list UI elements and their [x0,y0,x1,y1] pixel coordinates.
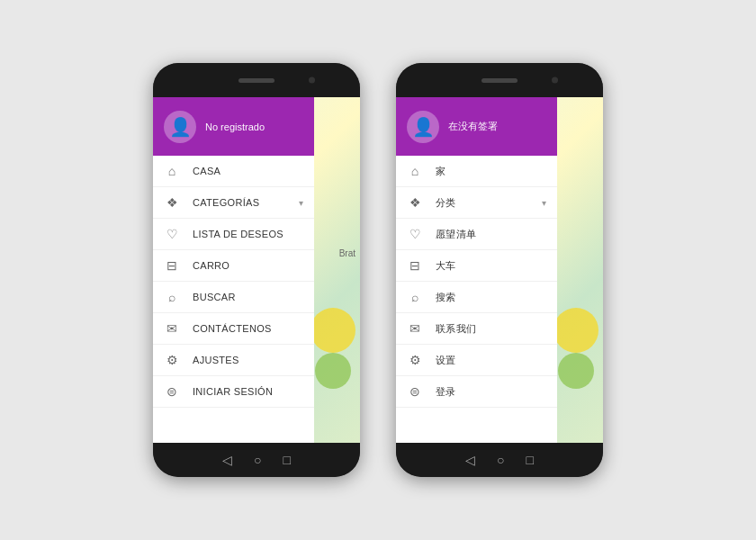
menu-item-right-6[interactable]: ⚙设置 [396,345,557,376]
camera-right [552,77,558,84]
user-name-right: 在没有签署 [448,120,498,133]
drawer-header-left: 👤 No registrado [153,97,314,156]
top-bezel-left [153,63,360,97]
menu-icon-right-4: ⌕ [407,290,423,304]
menu-item-left-5[interactable]: ✉CONTÁCTENOS [153,313,314,345]
menu-label-left-0: CASA [193,166,303,176]
brat-text-left: Brat [339,248,356,257]
bottom-bezel-left: ◁ ○ □ [153,443,360,477]
menu-item-left-0[interactable]: ⌂CASA [153,156,314,187]
menu-item-right-7[interactable]: ⊜登录 [396,376,557,408]
menu-icon-left-0: ⌂ [164,164,180,178]
menu-item-left-7[interactable]: ⊜INICIAR SESIÓN [153,376,314,408]
avatar-right: 👤 [407,111,439,143]
menu-label-right-1: 分类 [436,196,529,210]
nav-back-right[interactable]: ◁ [465,453,475,467]
speaker-right [482,78,518,83]
speaker-left [238,78,274,83]
menu-label-left-7: INICIAR SESIÓN [193,386,303,397]
avatar-icon-right: 👤 [412,116,435,138]
menu-item-left-6[interactable]: ⚙AJUSTES [153,345,314,376]
menu-label-left-3: CARRO [193,260,303,271]
menu-arrow-right-1: ▾ [542,198,546,208]
phone-right: 👤 在没有签署 ⌂家❖分类▾♡愿望清单⊟大车⌕搜索✉联系我们⚙设置⊜登录 ◁ ○… [396,63,603,477]
menu-item-right-0[interactable]: ⌂家 [396,156,557,187]
nav-home-left[interactable]: ○ [254,453,261,467]
menu-item-right-5[interactable]: ✉联系我们 [396,313,557,345]
menu-icon-left-7: ⊜ [164,384,180,399]
menu-item-left-2[interactable]: ♡LISTA DE DESEOS [153,219,314,250]
user-name-left: No registrado [205,122,265,132]
menu-icon-right-1: ❖ [407,195,423,210]
menu-label-right-5: 联系我们 [436,322,546,336]
menu-label-right-7: 登录 [436,385,546,399]
menu-icon-left-2: ♡ [164,227,180,241]
fruit-yellow-right [554,308,598,353]
menu-item-right-2[interactable]: ♡愿望清单 [396,219,557,250]
fruit-green-right [558,353,594,389]
phone-left: Brat 👤 No registrado ⌂CASA❖CATEGORÍAS▾♡L… [153,63,360,477]
phone-body-left: Brat 👤 No registrado ⌂CASA❖CATEGORÍAS▾♡L… [153,63,360,477]
menu-label-left-2: LISTA DE DESEOS [193,229,303,239]
menu-icon-right-2: ♡ [407,227,423,241]
menu-item-left-3[interactable]: ⊟CARRO [153,250,314,282]
screen-left: Brat 👤 No registrado ⌂CASA❖CATEGORÍAS▾♡L… [153,97,360,443]
drawer-menu-left: ⌂CASA❖CATEGORÍAS▾♡LISTA DE DESEOS⊟CARRO⌕… [153,156,314,443]
drawer-left: 👤 No registrado ⌂CASA❖CATEGORÍAS▾♡LISTA … [153,97,314,443]
menu-icon-right-6: ⚙ [407,353,423,367]
menu-item-right-3[interactable]: ⊟大车 [396,250,557,282]
phone-body-right: 👤 在没有签署 ⌂家❖分类▾♡愿望清单⊟大车⌕搜索✉联系我们⚙设置⊜登录 ◁ ○… [396,63,603,477]
nav-recent-left[interactable]: □ [284,453,291,467]
menu-label-right-6: 设置 [436,354,546,367]
menu-label-right-3: 大车 [436,259,546,273]
camera-left [309,77,315,84]
menu-icon-right-0: ⌂ [407,164,423,178]
nav-home-right[interactable]: ○ [497,453,504,467]
drawer-header-right: 👤 在没有签署 [396,97,557,156]
menu-arrow-left-1: ▾ [299,198,303,208]
drawer-right: 👤 在没有签署 ⌂家❖分类▾♡愿望清单⊟大车⌕搜索✉联系我们⚙设置⊜登录 [396,97,557,443]
menu-icon-left-1: ❖ [164,195,180,210]
bottom-bezel-right: ◁ ○ □ [396,443,603,477]
menu-icon-right-7: ⊜ [407,384,423,399]
fruit-green-left [315,353,351,389]
menu-icon-left-4: ⌕ [164,290,180,304]
nav-back-left[interactable]: ◁ [222,453,232,467]
menu-item-right-4[interactable]: ⌕搜索 [396,282,557,313]
fruit-yellow-left [310,308,356,353]
drawer-menu-right: ⌂家❖分类▾♡愿望清单⊟大车⌕搜索✉联系我们⚙设置⊜登录 [396,156,557,443]
menu-item-left-4[interactable]: ⌕BUSCAR [153,282,314,313]
avatar-icon-left: 👤 [169,116,192,138]
screen-right: 👤 在没有签署 ⌂家❖分类▾♡愿望清单⊟大车⌕搜索✉联系我们⚙设置⊜登录 [396,97,603,443]
menu-icon-left-3: ⊟ [164,258,180,273]
nav-recent-right[interactable]: □ [526,453,534,467]
avatar-left: 👤 [164,111,196,143]
menu-label-left-6: AJUSTES [193,355,303,365]
menu-label-left-1: CATEGORÍAS [193,197,286,208]
menu-icon-left-5: ✉ [164,321,180,336]
menu-icon-left-6: ⚙ [164,353,180,367]
menu-item-right-1[interactable]: ❖分类▾ [396,187,557,219]
menu-label-left-4: BUSCAR [193,292,303,302]
top-bezel-right [396,63,603,97]
menu-label-left-5: CONTÁCTENOS [193,323,303,334]
menu-label-right-4: 搜索 [436,291,546,304]
menu-icon-right-3: ⊟ [407,258,423,273]
menu-label-right-0: 家 [436,165,546,178]
menu-item-left-1[interactable]: ❖CATEGORÍAS▾ [153,187,314,219]
menu-label-right-2: 愿望清单 [436,228,546,241]
menu-icon-right-5: ✉ [407,321,423,336]
